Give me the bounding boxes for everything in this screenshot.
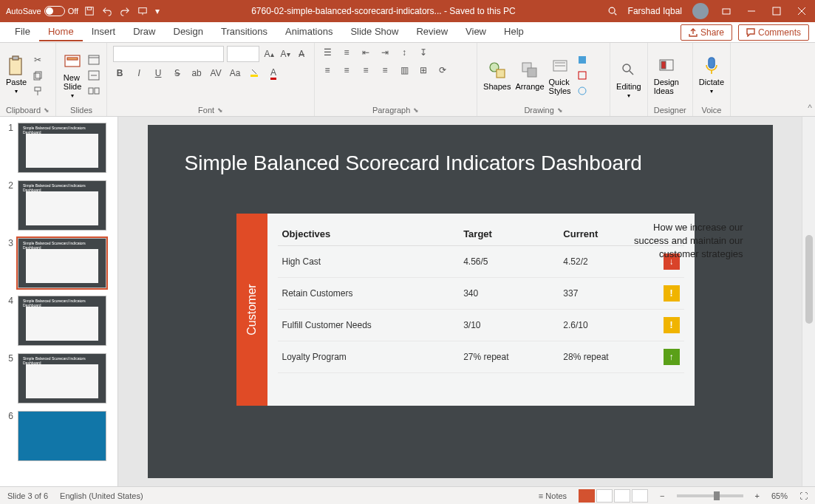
tab-home[interactable]: Home (39, 23, 83, 41)
text-direction-icon[interactable]: ↧ (417, 46, 430, 59)
dialog-launcher-icon[interactable]: ⬊ (44, 106, 50, 114)
line-spacing-icon[interactable]: ↕ (398, 46, 411, 59)
cut-icon[interactable]: ✂ (31, 53, 44, 67)
undo-icon[interactable] (102, 6, 112, 16)
dialog-launcher-icon[interactable]: ⬊ (557, 106, 563, 114)
collapse-ribbon-icon[interactable]: ^ (808, 103, 812, 113)
design-ideas-button[interactable]: Design Ideas (654, 55, 679, 95)
arrange-button[interactable]: Arrange (515, 60, 544, 91)
underline-icon[interactable]: U (151, 67, 165, 80)
comments-button[interactable]: Comments (738, 24, 809, 41)
tab-view[interactable]: View (457, 23, 495, 41)
minimize-icon[interactable] (744, 4, 759, 18)
dialog-launcher-icon[interactable]: ⬊ (217, 106, 223, 114)
thumbnail-5[interactable]: 5Simple Balanced Scorecard Indicators Da… (3, 353, 115, 403)
smartart-icon[interactable]: ⟳ (436, 64, 449, 77)
notes-button[interactable]: ≡ Notes (539, 491, 567, 500)
avatar[interactable] (692, 3, 709, 19)
slide-editor[interactable]: Simple Balanced Scorecard Indicators Das… (118, 117, 802, 486)
reading-view-icon[interactable] (614, 489, 630, 503)
quick-styles-button[interactable]: Quick Styles (549, 55, 571, 95)
dictate-button[interactable]: Dictate▾ (699, 55, 724, 95)
dialog-launcher-icon[interactable]: ⬊ (413, 106, 419, 114)
font-color-icon[interactable]: A (267, 67, 280, 80)
clear-format-icon[interactable]: A̶ (295, 47, 308, 61)
svg-point-29 (579, 87, 586, 95)
increase-font-icon[interactable]: A▴ (262, 47, 276, 61)
shape-effects-icon[interactable] (576, 84, 589, 98)
justify-icon[interactable]: ≡ (378, 64, 392, 77)
vertical-scrollbar[interactable] (802, 117, 815, 486)
align-center-icon[interactable]: ≡ (340, 64, 353, 77)
redo-icon[interactable] (120, 6, 130, 16)
layout-icon[interactable] (87, 53, 100, 67)
italic-icon[interactable]: I (132, 67, 146, 80)
present-icon[interactable] (137, 6, 148, 16)
tab-file[interactable]: File (6, 23, 39, 41)
zoom-out-icon[interactable]: − (660, 491, 664, 500)
section-icon[interactable] (87, 84, 100, 98)
tab-draw[interactable]: Draw (124, 23, 164, 41)
align-right-icon[interactable]: ≡ (359, 64, 372, 77)
copy-icon[interactable] (31, 69, 44, 82)
case-icon[interactable]: Aa (228, 67, 242, 80)
editing-button[interactable]: Editing▾ (616, 60, 641, 99)
close-icon[interactable] (794, 4, 809, 18)
tab-slide-show[interactable]: Slide Show (341, 23, 407, 41)
paste-button[interactable]: Paste▾ (6, 55, 27, 95)
thumbnail-4[interactable]: 4Simple Balanced Scorecard Indicators Da… (3, 296, 115, 346)
thumbnail-6[interactable]: 6 (3, 411, 115, 461)
slide-counter[interactable]: Slide 3 of 6 (7, 491, 48, 500)
svg-rect-32 (661, 61, 666, 69)
spacing-icon[interactable]: AV (209, 67, 222, 80)
tab-review[interactable]: Review (407, 23, 457, 41)
thumbnail-3[interactable]: 3Simple Balanced Scorecard Indicators Da… (3, 238, 115, 288)
shapes-button[interactable]: Shapes (483, 60, 511, 91)
indent-increase-icon[interactable]: ⇥ (378, 46, 392, 59)
align-text-icon[interactable]: ⊞ (417, 64, 430, 77)
shape-outline-icon[interactable] (576, 69, 589, 82)
slide-title[interactable]: Simple Balanced Scorecard Indicators Das… (185, 151, 642, 175)
zoom-slider[interactable] (677, 494, 743, 497)
highlight-icon[interactable] (248, 67, 261, 80)
thumbnail-2[interactable]: 2Simple Balanced Scorecard Indicators Da… (3, 180, 115, 231)
fit-window-icon[interactable]: ⛶ (799, 491, 808, 500)
new-slide-button[interactable]: New Slide▾ (62, 51, 83, 99)
tab-design[interactable]: Design (165, 23, 212, 41)
format-painter-icon[interactable] (31, 84, 44, 98)
strike-icon[interactable]: S̶ (171, 67, 184, 80)
tab-insert[interactable]: Insert (83, 23, 125, 41)
slideshow-view-icon[interactable] (632, 489, 648, 503)
tab-help[interactable]: Help (495, 23, 533, 41)
save-icon[interactable] (84, 6, 95, 16)
search-icon[interactable] (607, 6, 618, 16)
autosave-toggle[interactable]: AutoSave Off (6, 6, 78, 16)
maximize-icon[interactable] (769, 4, 784, 18)
font-name-input[interactable] (113, 46, 224, 62)
more-icon[interactable]: ▾ (155, 6, 160, 16)
shape-fill-icon[interactable] (576, 53, 589, 67)
shadow-icon[interactable]: ab (190, 67, 203, 80)
zoom-value[interactable]: 65% (771, 491, 788, 500)
columns-icon[interactable]: ▥ (398, 64, 411, 77)
align-left-icon[interactable]: ≡ (321, 64, 334, 77)
zoom-in-icon[interactable]: + (755, 491, 760, 500)
side-description[interactable]: How we increase our success and maintain… (625, 221, 743, 262)
ribbon-options-icon[interactable] (719, 4, 734, 18)
font-size-input[interactable] (227, 46, 259, 62)
reset-icon[interactable] (87, 69, 100, 82)
tab-transitions[interactable]: Transitions (212, 23, 276, 41)
bullets-icon[interactable]: ☰ (321, 46, 334, 59)
normal-view-icon[interactable] (579, 489, 595, 503)
language-label[interactable]: English (United States) (60, 491, 143, 500)
tab-animations[interactable]: Animations (276, 23, 341, 41)
share-button[interactable]: Share (681, 24, 732, 41)
bold-icon[interactable]: B (113, 67, 126, 80)
sorter-view-icon[interactable] (596, 489, 613, 503)
decrease-font-icon[interactable]: A▾ (279, 47, 292, 61)
svg-rect-11 (34, 73, 40, 80)
indent-decrease-icon[interactable]: ⇤ (359, 46, 372, 59)
thumbnail-1[interactable]: 1Simple Balanced Scorecard Indicators Da… (3, 123, 115, 173)
slide-canvas[interactable]: Simple Balanced Scorecard Indicators Das… (148, 125, 773, 478)
numbering-icon[interactable]: ≡ (340, 46, 353, 59)
